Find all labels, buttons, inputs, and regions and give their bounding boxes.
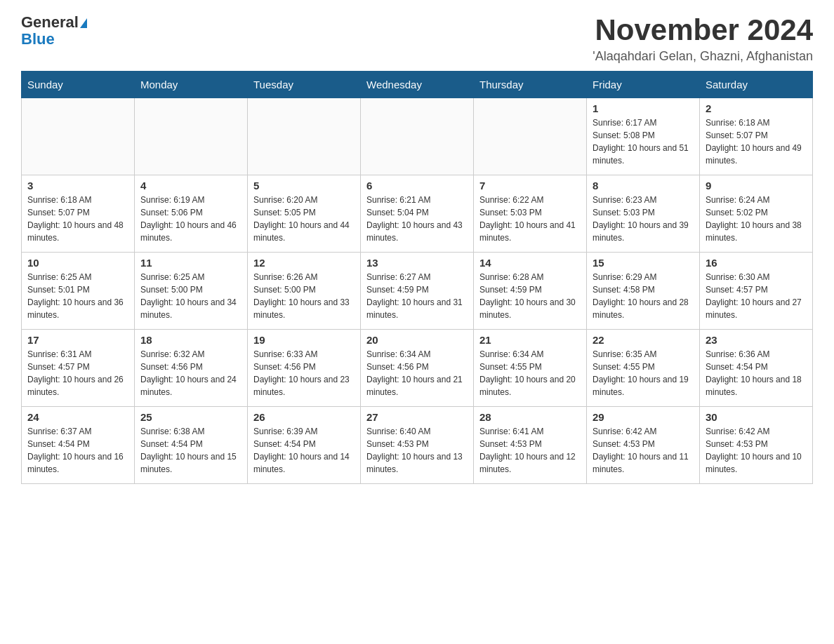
sun-info: Sunrise: 6:25 AMSunset: 5:00 PMDaylight:… bbox=[140, 271, 241, 321]
day-number: 6 bbox=[366, 180, 468, 192]
calendar-cell bbox=[474, 98, 587, 175]
sun-info: Sunrise: 6:20 AMSunset: 5:05 PMDaylight:… bbox=[253, 194, 355, 244]
sun-info: Sunrise: 6:18 AMSunset: 5:07 PMDaylight:… bbox=[27, 194, 128, 244]
calendar-cell: 23Sunrise: 6:36 AMSunset: 4:54 PMDayligh… bbox=[700, 330, 813, 407]
calendar-cell: 2Sunrise: 6:18 AMSunset: 5:07 PMDaylight… bbox=[700, 98, 813, 175]
day-number: 22 bbox=[593, 334, 694, 346]
calendar-cell: 8Sunrise: 6:23 AMSunset: 5:03 PMDaylight… bbox=[587, 175, 700, 253]
sun-info: Sunrise: 6:33 AMSunset: 4:56 PMDaylight:… bbox=[253, 348, 355, 398]
calendar-cell: 26Sunrise: 6:39 AMSunset: 4:54 PMDayligh… bbox=[248, 407, 361, 484]
day-number: 26 bbox=[253, 411, 355, 423]
calendar-day-header: Monday bbox=[135, 72, 248, 98]
day-number: 24 bbox=[27, 411, 128, 423]
sun-info: Sunrise: 6:19 AMSunset: 5:06 PMDaylight:… bbox=[140, 194, 241, 244]
calendar-cell: 17Sunrise: 6:31 AMSunset: 4:57 PMDayligh… bbox=[22, 330, 135, 407]
day-number: 20 bbox=[366, 334, 468, 346]
sun-info: Sunrise: 6:37 AMSunset: 4:54 PMDaylight:… bbox=[27, 425, 128, 476]
sun-info: Sunrise: 6:35 AMSunset: 4:55 PMDaylight:… bbox=[593, 348, 694, 398]
calendar-header-row: SundayMondayTuesdayWednesdayThursdayFrid… bbox=[22, 72, 813, 98]
calendar-day-header: Friday bbox=[587, 72, 700, 98]
sun-info: Sunrise: 6:38 AMSunset: 4:54 PMDaylight:… bbox=[140, 425, 241, 476]
calendar-cell: 13Sunrise: 6:27 AMSunset: 4:59 PMDayligh… bbox=[361, 253, 474, 330]
sun-info: Sunrise: 6:42 AMSunset: 4:53 PMDaylight:… bbox=[706, 425, 807, 476]
calendar-day-header: Tuesday bbox=[248, 72, 361, 98]
day-number: 8 bbox=[593, 180, 694, 192]
sun-info: Sunrise: 6:41 AMSunset: 4:53 PMDaylight:… bbox=[479, 425, 581, 476]
calendar-day-header: Sunday bbox=[22, 72, 135, 98]
calendar-cell: 24Sunrise: 6:37 AMSunset: 4:54 PMDayligh… bbox=[22, 407, 135, 484]
calendar-day-header: Thursday bbox=[474, 72, 587, 98]
day-number: 1 bbox=[593, 102, 694, 114]
sun-info: Sunrise: 6:22 AMSunset: 5:03 PMDaylight:… bbox=[479, 194, 581, 244]
day-number: 19 bbox=[253, 334, 355, 346]
calendar-cell: 20Sunrise: 6:34 AMSunset: 4:56 PMDayligh… bbox=[361, 330, 474, 407]
sun-info: Sunrise: 6:34 AMSunset: 4:56 PMDaylight:… bbox=[366, 348, 468, 398]
sun-info: Sunrise: 6:21 AMSunset: 5:04 PMDaylight:… bbox=[366, 194, 468, 244]
day-number: 12 bbox=[253, 257, 355, 269]
logo: General Blue bbox=[21, 14, 87, 48]
sun-info: Sunrise: 6:17 AMSunset: 5:08 PMDaylight:… bbox=[593, 116, 694, 167]
calendar-cell: 4Sunrise: 6:19 AMSunset: 5:06 PMDaylight… bbox=[135, 175, 248, 253]
calendar-cell: 5Sunrise: 6:20 AMSunset: 5:05 PMDaylight… bbox=[248, 175, 361, 253]
calendar-cell: 3Sunrise: 6:18 AMSunset: 5:07 PMDaylight… bbox=[22, 175, 135, 253]
day-number: 5 bbox=[253, 180, 355, 192]
day-number: 14 bbox=[479, 257, 581, 269]
calendar-day-header: Saturday bbox=[700, 72, 813, 98]
title-block: November 2024 'Alaqahdari Gelan, Ghazni,… bbox=[593, 14, 813, 64]
sun-info: Sunrise: 6:40 AMSunset: 4:53 PMDaylight:… bbox=[366, 425, 468, 476]
calendar-cell: 11Sunrise: 6:25 AMSunset: 5:00 PMDayligh… bbox=[135, 253, 248, 330]
logo-triangle-icon bbox=[80, 18, 87, 28]
calendar-cell: 12Sunrise: 6:26 AMSunset: 5:00 PMDayligh… bbox=[248, 253, 361, 330]
calendar-week-row: 17Sunrise: 6:31 AMSunset: 4:57 PMDayligh… bbox=[22, 330, 813, 407]
day-number: 18 bbox=[140, 334, 241, 346]
day-number: 29 bbox=[593, 411, 694, 423]
day-number: 15 bbox=[593, 257, 694, 269]
calendar-day-header: Wednesday bbox=[361, 72, 474, 98]
calendar-week-row: 10Sunrise: 6:25 AMSunset: 5:01 PMDayligh… bbox=[22, 253, 813, 330]
calendar-cell: 30Sunrise: 6:42 AMSunset: 4:53 PMDayligh… bbox=[700, 407, 813, 484]
sun-info: Sunrise: 6:23 AMSunset: 5:03 PMDaylight:… bbox=[593, 194, 694, 244]
calendar-table: SundayMondayTuesdayWednesdayThursdayFrid… bbox=[21, 71, 813, 484]
calendar-cell bbox=[22, 98, 135, 175]
calendar-cell: 21Sunrise: 6:34 AMSunset: 4:55 PMDayligh… bbox=[474, 330, 587, 407]
calendar-cell: 9Sunrise: 6:24 AMSunset: 5:02 PMDaylight… bbox=[700, 175, 813, 253]
page-header: General Blue November 2024 'Alaqahdari G… bbox=[21, 14, 813, 64]
day-number: 13 bbox=[366, 257, 468, 269]
sun-info: Sunrise: 6:39 AMSunset: 4:54 PMDaylight:… bbox=[253, 425, 355, 476]
calendar-cell: 10Sunrise: 6:25 AMSunset: 5:01 PMDayligh… bbox=[22, 253, 135, 330]
sun-info: Sunrise: 6:34 AMSunset: 4:55 PMDaylight:… bbox=[479, 348, 581, 398]
sun-info: Sunrise: 6:27 AMSunset: 4:59 PMDaylight:… bbox=[366, 271, 468, 321]
calendar-cell: 25Sunrise: 6:38 AMSunset: 4:54 PMDayligh… bbox=[135, 407, 248, 484]
logo-general-text: General bbox=[21, 13, 79, 31]
calendar-cell: 1Sunrise: 6:17 AMSunset: 5:08 PMDaylight… bbox=[587, 98, 700, 175]
calendar-cell: 22Sunrise: 6:35 AMSunset: 4:55 PMDayligh… bbox=[587, 330, 700, 407]
day-number: 9 bbox=[706, 180, 807, 192]
day-number: 17 bbox=[27, 334, 128, 346]
calendar-cell: 6Sunrise: 6:21 AMSunset: 5:04 PMDaylight… bbox=[361, 175, 474, 253]
calendar-week-row: 1Sunrise: 6:17 AMSunset: 5:08 PMDaylight… bbox=[22, 98, 813, 175]
day-number: 10 bbox=[27, 257, 128, 269]
sun-info: Sunrise: 6:25 AMSunset: 5:01 PMDaylight:… bbox=[27, 271, 128, 321]
calendar-week-row: 24Sunrise: 6:37 AMSunset: 4:54 PMDayligh… bbox=[22, 407, 813, 484]
day-number: 3 bbox=[27, 180, 128, 192]
sun-info: Sunrise: 6:29 AMSunset: 4:58 PMDaylight:… bbox=[593, 271, 694, 321]
day-number: 21 bbox=[479, 334, 581, 346]
sun-info: Sunrise: 6:26 AMSunset: 5:00 PMDaylight:… bbox=[253, 271, 355, 321]
calendar-cell: 18Sunrise: 6:32 AMSunset: 4:56 PMDayligh… bbox=[135, 330, 248, 407]
day-number: 28 bbox=[479, 411, 581, 423]
logo-blue-text: Blue bbox=[21, 30, 55, 48]
calendar-cell: 7Sunrise: 6:22 AMSunset: 5:03 PMDaylight… bbox=[474, 175, 587, 253]
calendar-cell: 27Sunrise: 6:40 AMSunset: 4:53 PMDayligh… bbox=[361, 407, 474, 484]
calendar-cell: 14Sunrise: 6:28 AMSunset: 4:59 PMDayligh… bbox=[474, 253, 587, 330]
calendar-cell bbox=[135, 98, 248, 175]
day-number: 25 bbox=[140, 411, 241, 423]
calendar-title: November 2024 bbox=[593, 14, 813, 46]
day-number: 7 bbox=[479, 180, 581, 192]
day-number: 2 bbox=[706, 102, 807, 114]
sun-info: Sunrise: 6:24 AMSunset: 5:02 PMDaylight:… bbox=[706, 194, 807, 244]
calendar-cell: 16Sunrise: 6:30 AMSunset: 4:57 PMDayligh… bbox=[700, 253, 813, 330]
day-number: 27 bbox=[366, 411, 468, 423]
calendar-week-row: 3Sunrise: 6:18 AMSunset: 5:07 PMDaylight… bbox=[22, 175, 813, 253]
calendar-cell: 29Sunrise: 6:42 AMSunset: 4:53 PMDayligh… bbox=[587, 407, 700, 484]
calendar-cell bbox=[248, 98, 361, 175]
